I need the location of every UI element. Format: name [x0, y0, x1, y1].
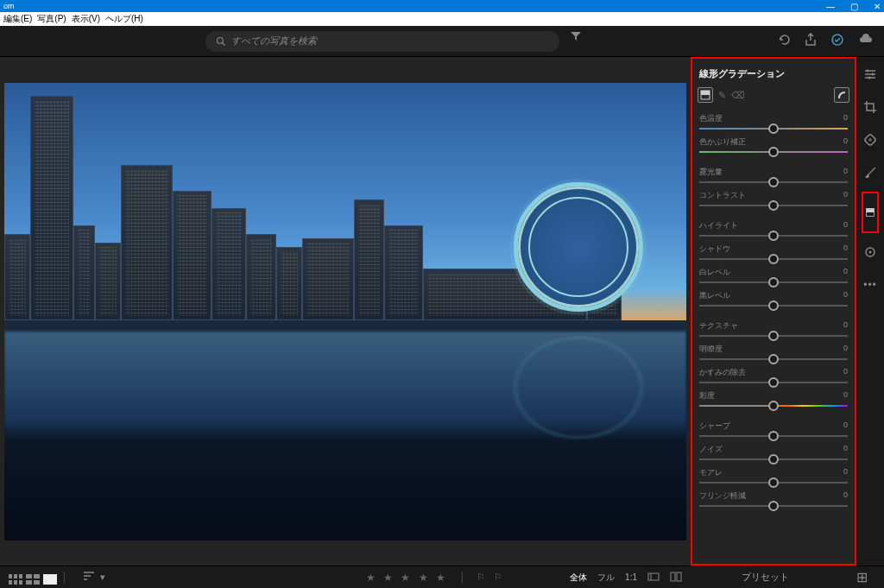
single-view-icon[interactable]: [43, 572, 57, 583]
slider-value[interactable]: 0: [843, 420, 848, 432]
search-icon: [216, 36, 226, 47]
slider-track[interactable]: [699, 235, 848, 237]
erase-mask-icon[interactable]: ⌫: [731, 90, 745, 101]
grid-view-large-icon[interactable]: [26, 572, 40, 583]
slider-track[interactable]: [699, 128, 848, 130]
divider: [462, 572, 463, 584]
slider-thumb[interactable]: [768, 147, 779, 157]
slider-value[interactable]: 0: [843, 113, 848, 124]
slider-track[interactable]: [699, 382, 848, 383]
slider-value[interactable]: 0: [843, 444, 848, 455]
slider-track[interactable]: [699, 205, 848, 206]
slider-row: 明瞭度0: [698, 340, 849, 360]
menu-photo[interactable]: 写真(P): [37, 13, 66, 25]
slider-track[interactable]: [699, 305, 848, 307]
slider-track[interactable]: [699, 335, 848, 337]
slider-value[interactable]: 0: [843, 267, 848, 278]
slider-value[interactable]: 0: [843, 243, 848, 255]
compare-toggle-icon[interactable]: [670, 571, 682, 585]
sync-status-icon[interactable]: [830, 33, 844, 50]
slider-value[interactable]: 0: [843, 320, 848, 332]
zoom-1to1[interactable]: 1:1: [625, 572, 637, 582]
undo-icon[interactable]: [777, 33, 791, 50]
slider-row: 黒レベル0: [698, 287, 849, 307]
menu-edit[interactable]: 編集(E): [3, 13, 32, 25]
more-icon[interactable]: •••: [862, 276, 879, 294]
slider-thumb[interactable]: [768, 300, 779, 311]
slider-value[interactable]: 0: [843, 136, 848, 148]
slider-value[interactable]: 0: [843, 290, 848, 301]
slider-label: モアレ: [699, 467, 723, 478]
star-rating[interactable]: ★ ★ ★ ★ ★: [366, 572, 448, 584]
slider-thumb[interactable]: [768, 177, 779, 187]
slider-value[interactable]: 0: [843, 167, 848, 178]
slider-thumb[interactable]: [768, 254, 779, 264]
svg-rect-13: [9, 574, 12, 579]
panel-toggle-icon[interactable]: ⊞: [848, 569, 875, 585]
svg-rect-24: [648, 573, 659, 580]
slider-thumb[interactable]: [768, 401, 779, 411]
slider-thumb[interactable]: [768, 123, 779, 134]
slider-thumb[interactable]: [768, 331, 779, 341]
slider-value[interactable]: 0: [843, 467, 848, 478]
slider-track[interactable]: [699, 258, 848, 260]
slider-track[interactable]: [699, 281, 848, 283]
slider-value[interactable]: 0: [843, 367, 848, 378]
healing-icon[interactable]: [862, 131, 879, 149]
zoom-fill[interactable]: フル: [597, 572, 615, 584]
slider-track[interactable]: [699, 482, 848, 484]
minimize-button[interactable]: —: [826, 2, 835, 11]
photo-canvas[interactable]: [0, 57, 691, 566]
preset-button[interactable]: プリセット: [682, 567, 848, 587]
slider-thumb[interactable]: [768, 200, 779, 211]
menu-view[interactable]: 表示(V): [72, 13, 100, 25]
slider-track[interactable]: [699, 405, 848, 407]
mask-new-icon[interactable]: [698, 87, 713, 103]
slider-value[interactable]: 0: [843, 190, 848, 201]
slider-thumb[interactable]: [768, 501, 779, 511]
slider-thumb[interactable]: [768, 454, 779, 465]
sort-button[interactable]: ▾: [84, 572, 105, 583]
close-button[interactable]: ✕: [874, 2, 881, 11]
slider-track[interactable]: [699, 358, 848, 360]
slider-thumb[interactable]: [768, 354, 779, 364]
cloud-icon[interactable]: [858, 33, 874, 50]
slider-thumb[interactable]: [768, 377, 779, 388]
slider-thumb[interactable]: [768, 477, 779, 488]
search-input[interactable]: すべての写真を検索: [205, 31, 559, 52]
radial-gradient-tool-icon[interactable]: [862, 243, 879, 261]
slider-thumb[interactable]: [768, 231, 779, 241]
grid-view-small-icon[interactable]: [9, 572, 22, 583]
slider-thumb[interactable]: [768, 277, 779, 288]
filter-icon[interactable]: [570, 31, 582, 52]
slider-track[interactable]: [699, 435, 848, 437]
slider-value[interactable]: 0: [843, 344, 848, 355]
brush-mask-icon[interactable]: ✎: [718, 90, 726, 101]
maximize-button[interactable]: ▢: [850, 2, 858, 11]
crop-icon[interactable]: [862, 98, 879, 116]
share-icon[interactable]: [805, 33, 817, 50]
bottom-bar: ▾ ★ ★ ★ ★ ★ ⚐ ⚐ 全体 フル 1:1 プリセット ⊞: [0, 566, 884, 588]
edit-sliders-icon[interactable]: [862, 66, 879, 83]
svg-rect-14: [14, 574, 17, 579]
menu-help[interactable]: ヘルプ(H): [105, 13, 143, 25]
svg-rect-23: [43, 574, 57, 585]
zoom-fit[interactable]: 全体: [570, 572, 587, 584]
invert-mask-icon[interactable]: [834, 87, 849, 103]
brush-icon[interactable]: [862, 164, 879, 181]
slider-track[interactable]: [699, 505, 848, 507]
slider-value[interactable]: 0: [843, 490, 848, 502]
window-controls: — ▢ ✕: [826, 2, 881, 11]
slider-track[interactable]: [699, 181, 848, 183]
slider-label: 彩度: [699, 390, 715, 401]
flag-pick-icon[interactable]: ⚐: [477, 572, 487, 583]
filmstrip-toggle-icon[interactable]: [647, 571, 660, 585]
slider-value[interactable]: 0: [843, 220, 848, 231]
slider-thumb[interactable]: [768, 431, 779, 441]
slider-track[interactable]: [699, 151, 848, 153]
slider-track[interactable]: [699, 458, 848, 460]
slider-value[interactable]: 0: [843, 390, 848, 401]
linear-gradient-tool-icon[interactable]: [862, 192, 879, 233]
slider-row: 彩度0: [698, 387, 849, 407]
flag-reject-icon[interactable]: ⚐: [494, 572, 504, 583]
